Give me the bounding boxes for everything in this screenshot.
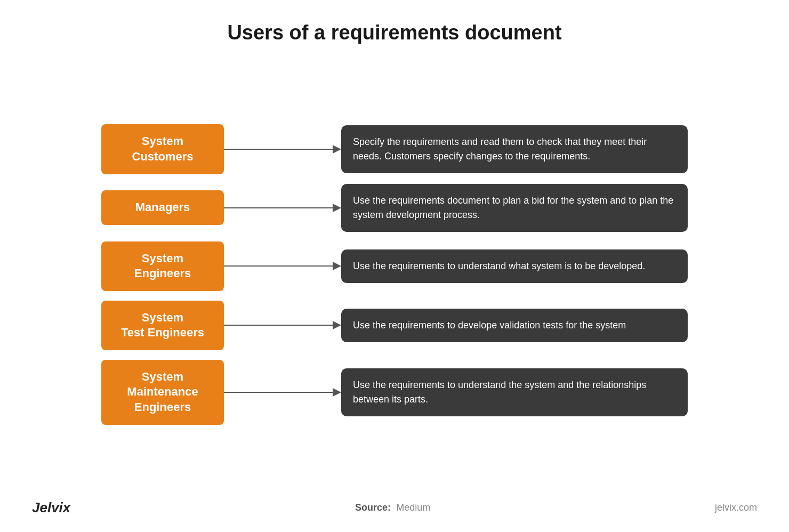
footer-brand-left: Jelvix xyxy=(32,499,70,516)
arrow-system-maintenance-engineers xyxy=(224,388,341,397)
arrow-line xyxy=(224,149,333,150)
row-system-maintenance-engineers: System Maintenance EngineersUse the requ… xyxy=(101,360,688,425)
footer: Jelvix Source: Medium jelvix.com xyxy=(32,494,757,516)
description-system-customers: Specify the requirements and read them t… xyxy=(341,125,688,173)
arrow-system-test-engineers xyxy=(224,321,341,329)
footer-source: Source: Medium xyxy=(355,502,430,513)
label-system-test-engineers: System Test Engineers xyxy=(101,301,224,350)
arrow-line xyxy=(224,265,333,267)
label-system-engineers: System Engineers xyxy=(101,241,224,291)
row-system-test-engineers: System Test EngineersUse the requirement… xyxy=(101,301,688,350)
arrow-system-customers xyxy=(224,145,341,154)
footer-source-label: Source: xyxy=(355,502,391,513)
row-managers: ManagersUse the requirements document to… xyxy=(101,184,688,232)
label-system-customers: System Customers xyxy=(101,124,224,174)
label-managers: Managers xyxy=(101,190,224,225)
description-system-engineers: Use the requirements to understand what … xyxy=(341,249,688,283)
arrow-head xyxy=(333,145,341,154)
description-system-test-engineers: Use the requirements to develope validat… xyxy=(341,309,688,342)
footer-brand-right: jelvix.com xyxy=(715,502,757,513)
arrow-head xyxy=(333,388,341,397)
arrow-system-engineers xyxy=(224,262,341,270)
page-title: Users of a requirements document xyxy=(227,21,561,44)
arrow-managers xyxy=(224,204,341,212)
footer-source-value: Medium xyxy=(396,502,430,513)
description-system-maintenance-engineers: Use the requirements to understand the s… xyxy=(341,368,688,416)
description-managers: Use the requirements document to plan a … xyxy=(341,184,688,232)
arrow-line xyxy=(224,392,333,393)
arrow-line xyxy=(224,325,333,326)
row-system-customers: System CustomersSpecify the requirements… xyxy=(101,124,688,174)
arrow-head xyxy=(333,204,341,212)
arrow-head xyxy=(333,262,341,270)
arrow-line xyxy=(224,207,333,208)
arrow-head xyxy=(333,321,341,329)
diagram-container: System CustomersSpecify the requirements… xyxy=(101,55,688,494)
row-system-engineers: System EngineersUse the requirements to … xyxy=(101,241,688,291)
label-system-maintenance-engineers: System Maintenance Engineers xyxy=(101,360,224,425)
